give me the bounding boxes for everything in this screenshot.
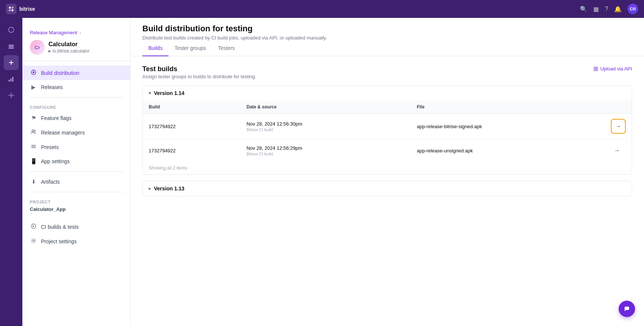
sidebar-item-artifacts[interactable]: ⬇ Artifacts xyxy=(22,175,130,189)
svg-point-13 xyxy=(33,72,35,73)
sidebar-item-releases[interactable]: ▶ Releases xyxy=(22,80,130,94)
app-bundle: ▶ io.bitrise.calculator xyxy=(48,48,89,54)
configure-label: CONFIGURE xyxy=(22,101,130,111)
svg-rect-5 xyxy=(9,45,14,46)
sidebar-item-label-release-managers: Release managers xyxy=(41,130,85,136)
help-icon[interactable]: ? xyxy=(605,6,608,12)
svg-rect-2 xyxy=(9,9,11,11)
project-name: Calculator_App xyxy=(30,206,123,212)
build-id-2: 1732794922 xyxy=(143,139,240,162)
upload-btn-label: Upload via API xyxy=(600,66,632,72)
build-id-1: 1732794922 xyxy=(143,114,240,139)
page-header: Build distribution for testing Distribut… xyxy=(130,18,644,41)
page-title: Build distribution for testing xyxy=(142,24,632,34)
nav-divider-1 xyxy=(28,97,124,98)
build-file-2: app-release-unsigned.apk xyxy=(411,139,605,162)
bitrise-logo-icon xyxy=(6,4,16,14)
sidebar-item-presets[interactable]: Presets xyxy=(22,140,130,154)
icon-sidebar xyxy=(0,0,22,326)
section-description: Assign tester groups to builds to distri… xyxy=(142,74,256,79)
sidebar-icon-release[interactable] xyxy=(4,55,19,70)
topbar-right: 🔍 ▦ ? 🔔 CR xyxy=(580,4,638,14)
section-title: Test builds xyxy=(142,65,256,73)
content-inner: Build distribution for testing Distribut… xyxy=(130,18,644,211)
sidebar-nav: Build distribution ▶ Releases CONFIGURE … xyxy=(22,61,130,326)
svg-rect-9 xyxy=(10,78,12,82)
sidebar-item-label-build-distribution: Build distribution xyxy=(41,70,79,76)
sidebar-item-label-project-settings: Project settings xyxy=(41,238,77,244)
app-info: Cr Calculator ▶ io.bitrise.calculator xyxy=(30,40,123,55)
date-source-2: Bitrise CI build xyxy=(246,152,405,156)
bundle-id: io.bitrise.calculator xyxy=(53,48,89,54)
sidebar-icon-home[interactable] xyxy=(4,22,19,37)
ci-builds-icon xyxy=(30,223,37,230)
version-header-1.14[interactable]: ▾ Version 1.14 xyxy=(143,86,632,101)
svg-rect-3 xyxy=(12,9,13,11)
tab-builds[interactable]: Builds xyxy=(142,41,168,56)
chat-bubble[interactable] xyxy=(619,301,635,317)
sidebar-item-release-managers[interactable]: Release managers xyxy=(22,125,130,140)
svg-point-17 xyxy=(32,130,34,132)
col-build: Build xyxy=(143,101,240,114)
svg-rect-7 xyxy=(9,48,14,49)
col-actions xyxy=(605,101,632,114)
version-group-1.13: ▸ Version 1.13 xyxy=(142,181,632,196)
sidebar-item-label-feature-flags: Feature flags xyxy=(41,115,72,121)
table-header: Build Date & source File xyxy=(143,101,632,114)
upload-icon: ⊞ xyxy=(593,65,598,72)
build-action-1: → xyxy=(605,114,632,139)
build-distribution-icon xyxy=(30,69,37,76)
upload-via-api-button[interactable]: ⊞ Upload via API xyxy=(593,65,632,72)
svg-rect-20 xyxy=(31,146,36,147)
date-primary-2: Nov 28, 2024 12:56:29pm xyxy=(246,145,405,151)
nav-divider-3 xyxy=(28,192,124,192)
sidebar-item-build-distribution[interactable]: Build distribution xyxy=(22,66,130,80)
version-group-1.14: ▾ Version 1.14 Build Date & source File xyxy=(142,85,632,175)
dashboard-icon[interactable]: ▦ xyxy=(593,6,599,13)
app-logo-text: bitrise xyxy=(19,6,35,12)
project-section: PROJECT Calculator_App xyxy=(22,195,130,219)
feature-flags-icon: ⚑ xyxy=(30,115,37,121)
sidebar-icon-settings[interactable] xyxy=(4,88,19,103)
release-managers-icon xyxy=(30,129,37,136)
svg-rect-19 xyxy=(31,145,36,146)
showing-all-text: Showing all 2 items xyxy=(143,162,632,174)
tab-testers[interactable]: Testers xyxy=(212,41,241,56)
app-settings-icon: 📱 xyxy=(30,158,37,165)
svg-point-11 xyxy=(10,95,12,96)
user-avatar[interactable]: CR xyxy=(628,4,638,14)
sidebar-icon-stack[interactable] xyxy=(4,39,19,54)
topbar: bitrise 🔍 ▦ ? 🔔 CR xyxy=(0,0,644,18)
svg-rect-6 xyxy=(9,46,14,47)
presets-icon xyxy=(30,143,37,151)
navigate-button[interactable]: → xyxy=(611,145,623,156)
nav-divider-2 xyxy=(28,171,124,172)
svg-point-15 xyxy=(35,73,36,74)
app-name: Calculator xyxy=(48,41,89,48)
builds-table-1.14: Build Date & source File 1732794922 Nov … xyxy=(143,101,632,162)
sidebar-icon-chart[interactable] xyxy=(4,72,19,86)
search-icon[interactable]: 🔍 xyxy=(580,6,587,13)
version-header-1.13[interactable]: ▸ Version 1.13 xyxy=(143,181,632,196)
sidebar-item-app-settings[interactable]: 📱 App settings xyxy=(22,154,130,168)
section-header: Test builds Assign tester groups to buil… xyxy=(142,65,632,79)
breadcrumb-separator: › xyxy=(79,30,81,35)
svg-point-4 xyxy=(9,27,14,32)
breadcrumb: Release Management › xyxy=(30,30,123,40)
sidebar-item-feature-flags[interactable]: ⚑ Feature flags xyxy=(22,111,130,125)
svg-rect-0 xyxy=(9,7,11,9)
notification-icon[interactable]: 🔔 xyxy=(614,6,622,13)
play-icon: ▶ xyxy=(48,49,51,53)
table-row: 1732794922 Nov 28, 2024 12:56:29pm Bitri… xyxy=(143,139,632,162)
date-source-1: Bitrise CI build xyxy=(246,127,405,132)
sidebar-item-ci-builds-tests[interactable]: CI builds & tests xyxy=(22,219,130,234)
tab-tester-groups[interactable]: Tester groups xyxy=(168,41,212,56)
breadcrumb-parent[interactable]: Release Management xyxy=(30,30,77,35)
sidebar-item-project-settings[interactable]: Project settings xyxy=(22,234,130,249)
navigate-button-highlighted[interactable]: → xyxy=(611,119,626,134)
table-row: 1732794922 Nov 28, 2024 12:56:30pm Bitri… xyxy=(143,114,632,139)
app-details: Calculator ▶ io.bitrise.calculator xyxy=(48,41,89,54)
svg-rect-10 xyxy=(12,77,13,82)
sidebar-item-label-artifacts: Artifacts xyxy=(41,179,60,185)
project-label: PROJECT xyxy=(30,200,123,204)
